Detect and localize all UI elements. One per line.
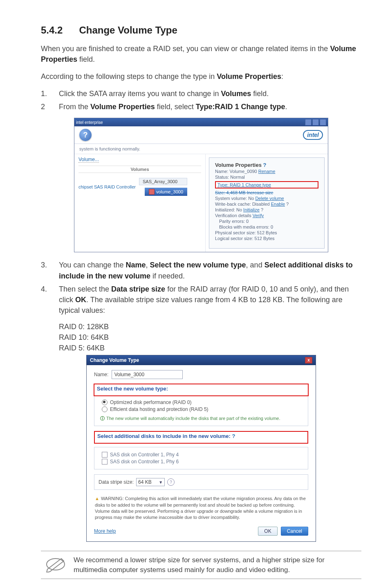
name-label: Name: (94, 372, 108, 377)
system-status-text: system is functioning normally. (74, 144, 328, 154)
section-number: 5.4.2 (41, 25, 63, 36)
svg-point-0 (47, 559, 65, 570)
step-2: 2 From the Volume Properties field, sele… (41, 101, 361, 112)
cancel-button[interactable]: Cancel (281, 527, 308, 536)
change-type-link[interactable]: Type: RAID 1 Change type (217, 182, 271, 187)
radio-raid5[interactable]: Efficient data hosting and protection (R… (102, 406, 304, 412)
note-pencil-icon (43, 555, 66, 574)
window-title: intel enterprise (76, 120, 103, 125)
additional-disks-group-title: Select additional disks to include in th… (97, 433, 305, 439)
raid0-line: RAID 0: 128KB (59, 321, 361, 332)
dialog-title: Change Volume Type (90, 357, 139, 363)
radio-raid0[interactable]: Optimized disk performance (RAID 0) (102, 399, 304, 405)
warning-icon: ▲ (95, 496, 99, 501)
group-help-icon[interactable]: ? (232, 433, 235, 439)
info-icon: ⓘ (100, 416, 105, 421)
checkbox-icon (102, 452, 108, 458)
step-1: 1. Click the SATA array items you want t… (41, 88, 361, 99)
window-close-icon[interactable] (320, 119, 326, 126)
dialog-close-icon[interactable]: x (305, 357, 312, 364)
rename-link[interactable]: Rename (258, 169, 276, 174)
initialize-link[interactable]: Initialize (243, 207, 260, 212)
note-text: We recommend a lower stripe size for ser… (74, 555, 359, 575)
stripe-size-label: Data stripe size: (99, 479, 134, 485)
intro-paragraph-1: When you are finished to create a RAID s… (41, 43, 361, 65)
raid10-line: RAID 10: 64KB (59, 332, 361, 343)
array-chip[interactable]: SAS_Array_3000 (139, 178, 187, 185)
ok-button[interactable]: OK (258, 527, 277, 536)
wb-help-icon[interactable]: ? (286, 202, 289, 206)
section-title-text: Change Volume Type (79, 25, 177, 36)
enable-wb-link[interactable]: Enable (271, 202, 285, 206)
init-help-icon[interactable]: ? (261, 207, 263, 212)
controller-label: chipset SAS RAID Controller (78, 184, 136, 189)
check-disk-phy4[interactable]: SAS disk on Controller 1, Phy 4 (102, 452, 304, 458)
step-4: 4. Then select the Data stripe size for … (41, 284, 361, 316)
volume-type-group-title: Select the new volume type: (97, 386, 305, 392)
step-3: 3. You can change the Name, Select the n… (41, 260, 361, 281)
intro-paragraph-2: According to the following steps to chan… (41, 71, 361, 82)
raid5-line: RAID 5: 64KB (59, 343, 361, 353)
type-change-highlight: Type: RAID 1 Change type (215, 181, 318, 189)
volume-link[interactable]: Volume... (78, 157, 99, 163)
name-input[interactable]: Volume_3000 (112, 370, 183, 379)
warning-text: ▲WARNING: Completing this action will im… (95, 496, 307, 521)
verify-link[interactable]: Verify (253, 213, 264, 218)
info-text: ⓘThe new volume will automatically inclu… (100, 415, 304, 422)
window-titlebar: intel enterprise (74, 118, 328, 126)
volume-properties-window: intel enterprise ? intel system is funct… (74, 118, 328, 252)
size-line[interactable]: Size: 4,468 MB Increase size (215, 190, 318, 195)
checkbox-icon (102, 459, 108, 465)
volume-cube-icon (149, 189, 155, 195)
radio-icon (102, 399, 108, 405)
help-icon[interactable]: ? (263, 162, 267, 168)
window-max-icon[interactable] (312, 119, 319, 126)
intel-logo: intel (303, 130, 323, 140)
stripe-size-select[interactable]: 64 KB ▼ (136, 478, 165, 486)
change-volume-type-dialog: Change Volume Type x Name: Volume_3000 S… (86, 355, 316, 542)
help-orb-icon[interactable]: ? (79, 129, 92, 141)
section-heading: 5.4.2Change Volume Type (41, 25, 361, 36)
stripe-help-icon[interactable]: ? (167, 478, 175, 486)
delete-volume-link[interactable]: Delete volume (255, 196, 284, 201)
volume-properties-panel: Volume Properties ? Name: Volume_0090 Re… (209, 157, 325, 249)
radio-icon (102, 406, 108, 412)
window-min-icon[interactable] (305, 119, 312, 126)
more-help-link[interactable]: More help (94, 528, 116, 534)
note-box: We recommend a lower stripe size for ser… (41, 551, 361, 579)
volumes-header: Volumes (78, 166, 201, 173)
chevron-down-icon: ▼ (159, 480, 163, 485)
check-disk-phy6[interactable]: SAS disk on Controller 1, Phy 6 (102, 459, 304, 465)
volume-chip[interactable]: volume_3000 (145, 188, 187, 196)
